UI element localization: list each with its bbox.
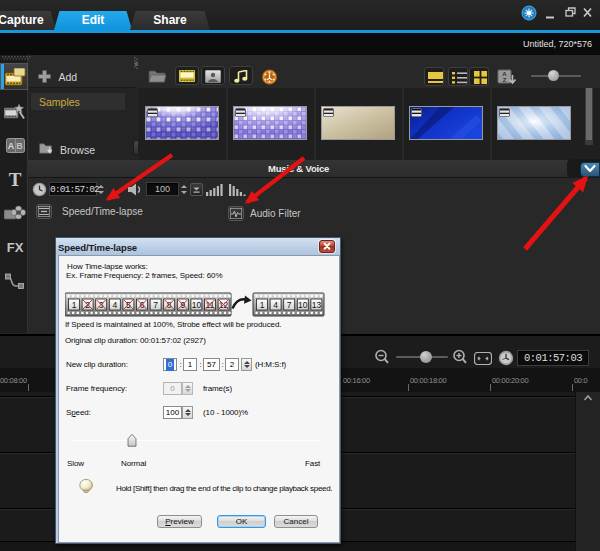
svg-text:1: 1 [72, 300, 77, 310]
svg-text:4: 4 [112, 300, 117, 310]
svg-text:A: A [8, 141, 15, 151]
svg-text:10: 10 [298, 300, 308, 310]
svg-text:7: 7 [287, 300, 292, 310]
svg-text:7: 7 [153, 300, 158, 310]
svg-text:Z: Z [503, 77, 507, 83]
svg-text:4: 4 [273, 300, 278, 310]
svg-text:1: 1 [260, 300, 265, 310]
svg-text:10: 10 [192, 300, 202, 310]
svg-text:B: B [16, 141, 23, 151]
svg-text:13: 13 [312, 300, 322, 310]
